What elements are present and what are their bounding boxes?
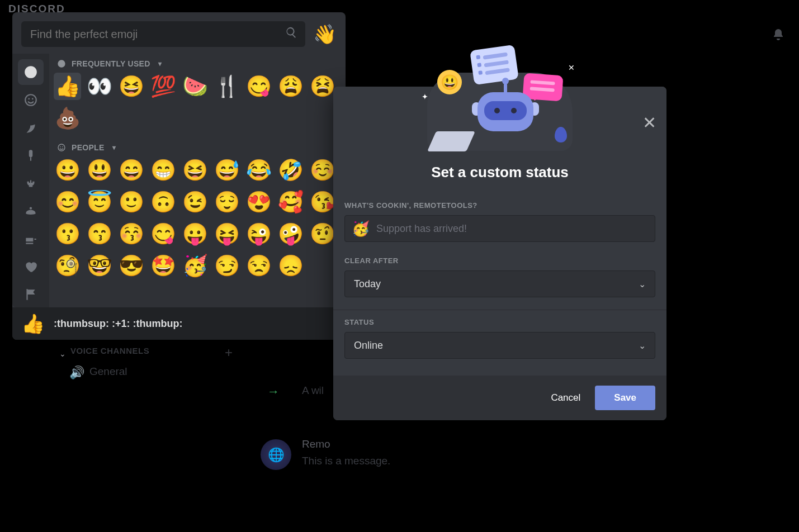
emoji-cell[interactable]: 😆 [117,73,145,100]
custom-status-modal: 😃 ✦✕ ✕ Set a custom status WHAT'S COOKIN… [333,87,666,420]
emoji-cell[interactable]: 😒 [245,252,272,279]
modal-illustration: 😃 ✦✕ ✕ [333,87,666,159]
emoji-cell[interactable]: 😋 [245,73,272,100]
emoji-cell[interactable]: 😝 [213,220,240,248]
svg-point-1 [28,98,30,99]
clear-after-label: CLEAR AFTER [344,256,655,265]
chevron-down-icon: ⌄ [639,279,646,289]
category-activity[interactable] [18,170,44,196]
status-select-value: Online [354,340,383,352]
section-title: FREQUENTLY USED [72,59,150,68]
arrow-right-icon: → [267,384,280,399]
smiley-icon [57,143,66,152]
emoji-cell[interactable]: 😫 [309,73,336,100]
category-travel[interactable] [18,198,44,224]
avatar[interactable]: 🌐 [261,439,291,470]
emoji-cell[interactable]: 😏 [213,252,240,279]
svg-rect-3 [29,150,33,157]
emoji-cell[interactable]: 😞 [277,252,304,279]
emoji-cell[interactable]: 🙂 [117,188,145,216]
emoji-cell[interactable]: 😄 [117,156,145,184]
svg-point-7 [62,146,63,148]
skin-tone-picker[interactable]: 👋 [313,23,337,45]
cancel-button[interactable]: Cancel [541,386,590,410]
emoji-cell[interactable]: 👍 [54,73,81,100]
emoji-search[interactable] [21,21,305,47]
emoji-cell[interactable]: 😜 [245,220,272,248]
add-channel-icon[interactable]: + [225,345,233,360]
voice-channels-heading[interactable]: VOICE CHANNELS [70,346,149,355]
emoji-cell[interactable]: 🙃 [149,188,177,216]
emoji-cell[interactable]: 😊 [54,188,81,216]
status-select[interactable]: Online ⌄ [344,332,655,359]
emoji-cell[interactable]: 🍴 [213,73,240,100]
svg-point-2 [32,98,34,99]
emoji-cell[interactable]: 🤓 [86,252,113,279]
emoji-cell[interactable]: 😎 [117,252,145,279]
preview-shortcodes: :thumbsup: :+1: :thumbup: [54,318,182,330]
emoji-preview-bar: 👍 :thumbsup: :+1: :thumbup: [12,307,346,340]
category-nature[interactable] [18,115,44,141]
chevron-down-icon: ▾ [112,144,116,151]
emoji-cell[interactable]: 🤪 [277,220,304,248]
section-frequently-used-header[interactable]: FREQUENTLY USED ▾ [54,54,341,73]
status-text-label: WHAT'S COOKIN', REMOTETOOLS? [344,201,655,210]
emoji-cell[interactable]: 😆 [181,156,209,184]
save-button[interactable]: Save [595,386,655,410]
message-author: Remo [302,438,330,450]
notification-bell-icon[interactable] [772,28,785,45]
status-text-input[interactable]: 🥳 Support has arrived! [344,215,655,242]
channel-general[interactable]: General [89,365,127,378]
emoji-cell[interactable]: 💩 [54,104,81,132]
emoji-cell[interactable]: 🤨 [309,220,336,248]
emoji-cell[interactable]: 😉 [181,188,209,216]
emoji-cell[interactable]: 😗 [54,220,81,248]
category-recent[interactable] [18,59,44,85]
emoji-cell[interactable]: 🥳 [181,252,209,279]
emoji-cell[interactable]: 😅 [213,156,240,184]
emoji-search-input[interactable] [29,27,285,41]
emoji-cell[interactable]: 🤣 [277,156,304,184]
emoji-picker: 👋 [12,12,346,340]
emoji-cell[interactable]: 😚 [117,220,145,248]
section-title: PEOPLE [72,143,105,152]
clock-icon [57,59,66,68]
emoji-cell[interactable]: 😛 [181,220,209,248]
emoji-cell[interactable]: 😘 [309,188,336,216]
category-food[interactable] [18,142,44,168]
svg-rect-4 [30,157,31,161]
collapse-icon[interactable]: ⌄ [59,349,66,358]
close-icon[interactable]: ✕ [642,115,656,131]
emoji-cell[interactable]: 👀 [86,73,113,100]
emoji-cell[interactable]: 😃 [86,156,113,184]
svg-point-5 [58,144,65,151]
chevron-down-icon: ⌄ [639,340,646,351]
modal-actions: Cancel Save [333,376,666,420]
category-flags[interactable] [18,282,44,307]
emoji-cell[interactable]: 🍉 [181,73,209,100]
emoji-cell[interactable]: 😍 [245,188,272,216]
emoji-cell[interactable]: 🤩 [149,252,177,279]
emoji-cell[interactable]: ☺️ [309,156,336,184]
category-symbols[interactable] [18,254,44,279]
emoji-cell[interactable]: 😌 [213,188,240,216]
emoji-cell[interactable]: 😀 [54,156,81,184]
modal-title: Set a custom status [333,159,666,196]
divider [333,310,666,310]
emoji-cell[interactable]: 😋 [149,220,177,248]
section-people-header[interactable]: PEOPLE ▾ [54,137,341,156]
message-text: This is a message. [302,455,390,467]
emoji-cell[interactable]: 🧐 [54,252,81,279]
status-emoji-picker[interactable]: 🥳 [352,220,370,238]
category-objects[interactable] [18,226,44,252]
emoji-cell[interactable]: 💯 [149,73,177,100]
emoji-cell[interactable]: 😙 [86,220,113,248]
emoji-cell[interactable]: 😁 [149,156,177,184]
emoji-cell[interactable]: 🥰 [277,188,304,216]
clear-after-select[interactable]: Today ⌄ [344,270,655,297]
category-custom[interactable] [18,87,44,113]
emoji-cell[interactable]: 😩 [277,73,304,100]
emoji-cell[interactable]: 😇 [86,188,113,216]
clear-after-value: Today [354,278,381,290]
emoji-cell[interactable]: 😂 [245,156,272,184]
